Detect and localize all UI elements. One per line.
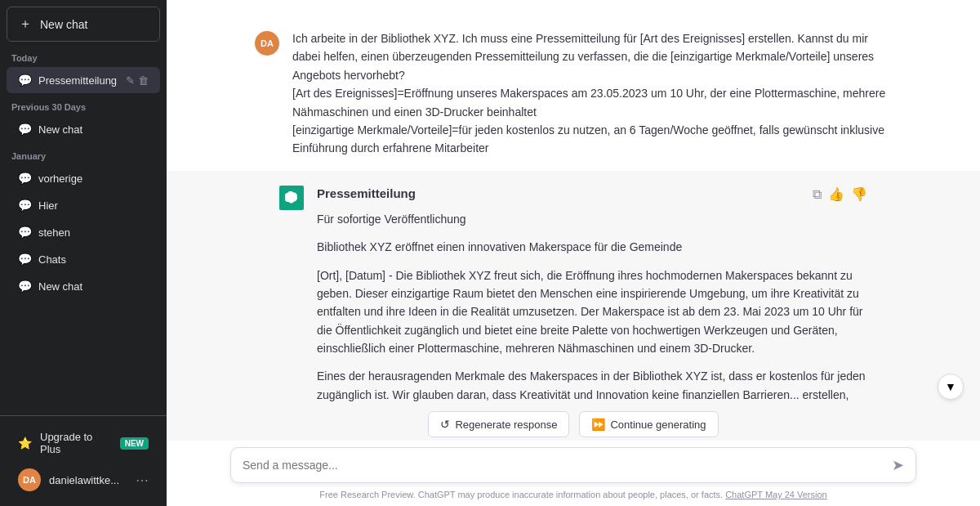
chat-item-label: New chat [38, 123, 149, 136]
user-message-content: Ich arbeite in der Bibliothek XYZ. Ich m… [292, 29, 892, 158]
new-badge: NEW [120, 437, 149, 450]
chat-icon: 💬 [18, 253, 32, 266]
user-name: danielawittke... [49, 474, 127, 486]
footer: Free Research Preview. ChatGPT may produ… [167, 486, 980, 506]
sidebar-item-new-chat-prev[interactable]: 💬 New chat [7, 116, 160, 142]
more-options-icon[interactable]: ⋯ [136, 472, 149, 488]
footer-text: Free Research Preview. ChatGPT may produ… [319, 490, 723, 499]
sidebar-item-chats[interactable]: 💬 Chats [7, 246, 160, 272]
ai-para-0: Für sofortige Veröffentlichung [317, 210, 867, 228]
avatar: DA [18, 468, 41, 491]
user-message: DA Ich arbeite in der Bibliothek XYZ. Ic… [206, 16, 941, 171]
copy-icon[interactable]: ⧉ [813, 184, 822, 205]
footer-link[interactable]: ChatGPT May 24 Version [725, 490, 827, 499]
ai-message-content: Pressemitteilung ⧉ 👍 👎 Für sofortige Ver… [317, 184, 867, 406]
thumbs-down-icon[interactable]: 👎 [851, 184, 867, 205]
sidebar-item-new-chat-jan[interactable]: 💬 New chat [7, 273, 160, 299]
sidebar-item-vorherige[interactable]: 💬 vorherige [7, 165, 160, 191]
continue-icon: ⏩ [591, 418, 605, 431]
ai-para-3: Eines der herausragenden Merkmale des Ma… [317, 367, 867, 406]
chat-item-actions: ✎ 🗑 [126, 74, 149, 87]
ai-message-header: Pressemitteilung ⧉ 👍 👎 [317, 184, 867, 210]
continue-button[interactable]: ⏩ Continue generating [579, 411, 718, 437]
ai-message-row: Pressemitteilung ⧉ 👍 👎 Für sofortige Ver… [167, 171, 980, 406]
chat-item-label: Pressemitteilung [38, 74, 119, 87]
sidebar: ＋ New chat Today 💬 Pressemitteilung ✎ 🗑 … [0, 0, 167, 506]
ai-para-2: [Ort], [Datum] - Die Bibliothek XYZ freu… [317, 266, 867, 358]
chat-item-label: vorherige [38, 172, 149, 185]
ai-action-buttons: ⧉ 👍 👎 [813, 184, 867, 205]
scroll-down-button[interactable]: ▼ [938, 374, 964, 400]
action-bar: ↺ Regenerate response ⏩ Continue generat… [167, 406, 980, 441]
sidebar-item-hier[interactable]: 💬 Hier [7, 192, 160, 218]
new-chat-top-label: New chat [40, 18, 87, 31]
chat-item-label: stehen [38, 226, 149, 239]
ai-message-inner: Pressemitteilung ⧉ 👍 👎 Für sofortige Ver… [230, 184, 916, 406]
delete-icon[interactable]: 🗑 [138, 74, 149, 87]
chat-icon: 💬 [18, 199, 32, 212]
user-row[interactable]: DA danielawittke... ⋯ [7, 462, 160, 498]
chat-icon: 💬 [18, 123, 32, 136]
main-panel: DA Ich arbeite in der Bibliothek XYZ. Ic… [167, 0, 980, 506]
regenerate-icon: ↺ [440, 418, 450, 431]
regenerate-label: Regenerate response [455, 419, 557, 431]
user-message-text: Ich arbeite in der Bibliothek XYZ. Ich m… [292, 29, 892, 158]
chat-icon: 💬 [18, 226, 32, 239]
upgrade-label: Upgrade to Plus [40, 431, 112, 455]
chat-icon: 💬 [18, 172, 32, 185]
chat-area: DA Ich arbeite in der Bibliothek XYZ. Ic… [167, 0, 980, 406]
edit-icon[interactable]: ✎ [126, 74, 135, 87]
sidebar-item-pressemitteilung[interactable]: 💬 Pressemitteilung ✎ 🗑 [7, 67, 160, 93]
input-area: ➤ [167, 441, 980, 486]
upgrade-icon: ⭐ [18, 437, 32, 450]
chat-icon: 💬 [18, 74, 32, 87]
user-avatar: DA [255, 31, 279, 56]
new-chat-top-button[interactable]: ＋ New chat [7, 7, 160, 42]
sidebar-item-stehen[interactable]: 💬 stehen [7, 219, 160, 245]
sidebar-sections: Today 💬 Pressemitteilung ✎ 🗑 Previous 30… [0, 45, 167, 415]
message-input[interactable] [243, 459, 885, 472]
ai-para-1: Bibliothek XYZ eröffnet einen innovative… [317, 238, 867, 256]
input-wrapper: ➤ [230, 447, 916, 483]
send-button[interactable]: ➤ [892, 456, 904, 474]
section-january: January [0, 143, 167, 164]
ai-message-title: Pressemitteilung [317, 184, 416, 204]
chat-item-label: Chats [38, 253, 149, 266]
sidebar-bottom: ⭐ Upgrade to Plus NEW DA danielawittke..… [0, 415, 167, 506]
chat-item-label: New chat [38, 280, 149, 293]
plus-icon: ＋ [19, 16, 32, 33]
upgrade-button[interactable]: ⭐ Upgrade to Plus NEW [7, 424, 160, 462]
regenerate-button[interactable]: ↺ Regenerate response [428, 411, 569, 437]
chat-item-label: Hier [38, 199, 149, 212]
section-prev30: Previous 30 Days [0, 94, 167, 115]
continue-label: Continue generating [610, 419, 706, 431]
thumbs-up-icon[interactable]: 👍 [828, 184, 844, 205]
section-today: Today [0, 45, 167, 66]
ai-avatar [279, 186, 304, 210]
chat-icon: 💬 [18, 280, 32, 293]
